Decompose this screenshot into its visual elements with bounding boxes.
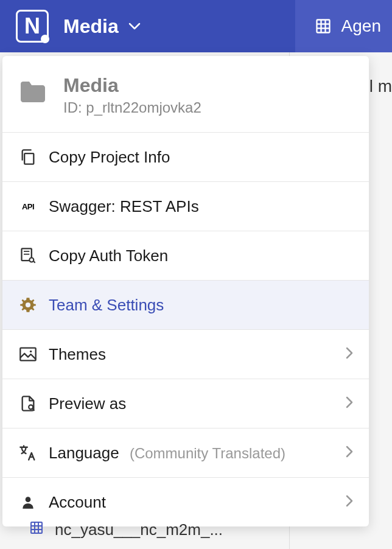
folder-icon	[18, 80, 46, 103]
menu-label: Preview as	[49, 394, 346, 413]
menu-label: Language (Community Translated)	[49, 444, 346, 463]
menu-label: Team & Settings	[49, 296, 353, 315]
menu-label: Account	[49, 493, 346, 512]
themes-button[interactable]: Themes	[2, 330, 369, 379]
menu-label: Copy Auth Token	[49, 247, 353, 265]
logo-letter: N	[24, 13, 40, 39]
person-icon	[18, 492, 38, 512]
svg-point-12	[30, 351, 32, 352]
copy-auth-token-button[interactable]: Copy Auth Token	[2, 231, 369, 281]
swagger-apis-button[interactable]: API Swagger: REST APIs	[2, 182, 369, 231]
token-icon	[18, 246, 38, 265]
api-icon: API	[18, 197, 38, 216]
copy-project-info-button[interactable]: Copy Project Info	[2, 133, 369, 182]
chevron-down-icon[interactable]	[128, 23, 141, 30]
project-name: Media	[63, 74, 201, 97]
menu-label: Copy Project Info	[49, 148, 353, 167]
svg-point-10	[26, 302, 30, 307]
grid-icon	[29, 520, 44, 539]
project-dropdown-menu: Media ID: p_rltn22omjovka2 Copy Project …	[2, 56, 369, 526]
menu-label: Swagger: REST APIs	[49, 197, 353, 216]
app-logo[interactable]: N	[16, 10, 49, 43]
svg-rect-5	[24, 153, 33, 164]
team-settings-button[interactable]: Team & Settings	[2, 281, 369, 330]
language-button[interactable]: Language (Community Translated)	[2, 428, 369, 478]
preview-icon	[18, 394, 38, 413]
chevron-right-icon	[346, 347, 353, 362]
background-text: l m	[369, 77, 392, 96]
header-tab-label: Agen	[341, 16, 381, 36]
app-header: N Media Agen	[0, 0, 392, 52]
menu-sublabel: (Community Translated)	[130, 445, 285, 461]
list-item-label: nc_yasu___nc_m2m_...	[55, 520, 223, 539]
preview-as-button[interactable]: Preview as	[2, 379, 369, 428]
gear-icon	[18, 295, 38, 315]
project-header: Media ID: p_rltn22omjovka2	[2, 56, 369, 133]
svg-point-14	[26, 497, 31, 502]
grid-icon	[315, 18, 332, 35]
chevron-right-icon	[346, 446, 353, 460]
svg-rect-15	[31, 522, 42, 533]
svg-point-9	[29, 258, 33, 262]
logo-dot	[41, 35, 49, 43]
chevron-right-icon	[346, 396, 353, 411]
chevron-right-icon	[346, 495, 353, 509]
image-icon	[18, 344, 38, 364]
svg-rect-11	[20, 348, 35, 361]
svg-point-13	[29, 405, 33, 409]
background-list-item[interactable]: nc_yasu___nc_m2m_...	[29, 520, 223, 539]
translate-icon	[18, 443, 38, 463]
header-tab[interactable]: Agen	[295, 0, 392, 52]
copy-icon	[18, 147, 38, 167]
account-button[interactable]: Account	[2, 478, 369, 526]
header-project-title[interactable]: Media	[63, 15, 119, 38]
project-id: ID: p_rltn22omjovka2	[63, 99, 201, 116]
menu-label: Themes	[49, 345, 346, 364]
svg-rect-0	[317, 20, 329, 33]
